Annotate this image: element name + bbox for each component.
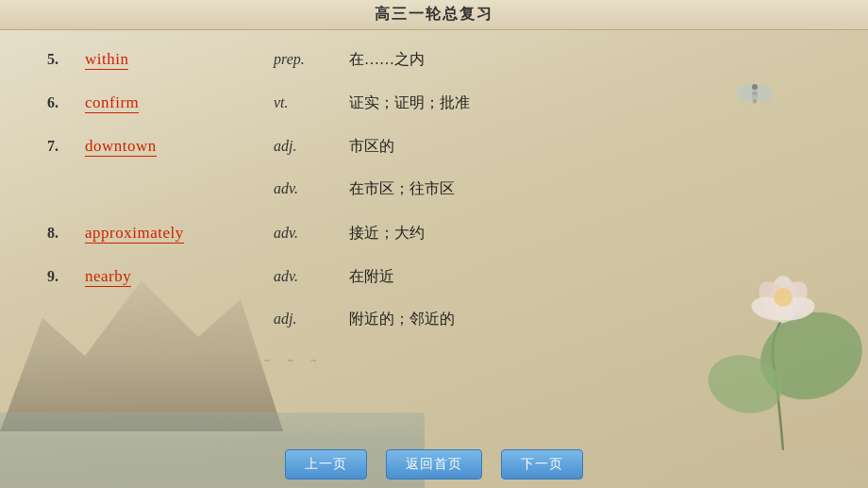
vocab-def-8: 接近；大约 bbox=[349, 224, 821, 244]
vocab-def-9-sub: 附近的；邻近的 bbox=[349, 310, 821, 329]
vocab-pos-5: prep. bbox=[274, 51, 349, 68]
home-button[interactable]: 返回首页 bbox=[386, 449, 482, 480]
background: ~ ~ ~ 高三一轮总复习 5. within prep. 在……之内 6. c… bbox=[0, 0, 868, 488]
vocab-def-7: 市区的 bbox=[349, 137, 821, 157]
word-within: within bbox=[85, 50, 128, 70]
word-nearby: nearby bbox=[85, 267, 131, 287]
vocab-table: 5. within prep. 在……之内 6. confirm vt. 证实；… bbox=[47, 49, 821, 353]
vocab-pos-9: adv. bbox=[274, 268, 349, 285]
word-approximately: approximately bbox=[85, 224, 184, 244]
vocab-word-9: nearby bbox=[85, 267, 274, 287]
content-area: 5. within prep. 在……之内 6. confirm vt. 证实；… bbox=[47, 30, 821, 431]
vocab-word-6: confirm bbox=[85, 93, 274, 113]
vocab-row-5: 5. within prep. 在……之内 bbox=[47, 49, 821, 85]
vocab-row-9: 9. nearby adv. 在附近 bbox=[47, 266, 821, 302]
vocab-num-9: 9. bbox=[47, 266, 85, 285]
vocab-def-9: 在附近 bbox=[349, 267, 821, 287]
vocab-word-5: within bbox=[85, 50, 274, 70]
vocab-word-7: downtown bbox=[85, 137, 274, 157]
vocab-pos-6: vt. bbox=[274, 94, 349, 111]
vocab-row-7-sub: adv. 在市区；往市区 bbox=[47, 179, 821, 215]
prev-button[interactable]: 上一页 bbox=[285, 449, 367, 480]
vocab-def-5: 在……之内 bbox=[349, 50, 821, 70]
word-downtown: downtown bbox=[85, 137, 157, 157]
vocab-num-6: 6. bbox=[47, 93, 85, 111]
vocab-row-8: 8. approximately adv. 接近；大约 bbox=[47, 223, 821, 259]
title-bar: 高三一轮总复习 bbox=[0, 0, 868, 30]
vocab-row-7: 7. downtown adj. 市区的 bbox=[47, 136, 821, 172]
vocab-pos-9-sub: adj. bbox=[274, 311, 349, 328]
vocab-num-9-sub bbox=[47, 322, 85, 324]
vocab-word-8: approximately bbox=[85, 224, 274, 244]
vocab-num-5: 5. bbox=[47, 49, 85, 68]
vocab-num-8: 8. bbox=[47, 223, 85, 242]
next-button[interactable]: 下一页 bbox=[501, 449, 583, 480]
vocab-row-9-sub: adj. 附近的；邻近的 bbox=[47, 310, 821, 345]
nav-bar: 上一页 返回首页 下一页 bbox=[0, 441, 868, 488]
vocab-def-6: 证实；证明；批准 bbox=[349, 93, 821, 113]
vocab-pos-7: adj. bbox=[274, 138, 349, 155]
vocab-pos-7-sub: adv. bbox=[274, 180, 349, 197]
vocab-def-7-sub: 在市区；往市区 bbox=[349, 179, 821, 199]
vocab-num-7-sub bbox=[47, 192, 85, 194]
page-title: 高三一轮总复习 bbox=[375, 5, 493, 25]
vocab-pos-8: adv. bbox=[274, 225, 349, 242]
word-confirm: confirm bbox=[85, 93, 139, 113]
vocab-num-7: 7. bbox=[47, 136, 85, 155]
vocab-row-6: 6. confirm vt. 证实；证明；批准 bbox=[47, 93, 821, 128]
